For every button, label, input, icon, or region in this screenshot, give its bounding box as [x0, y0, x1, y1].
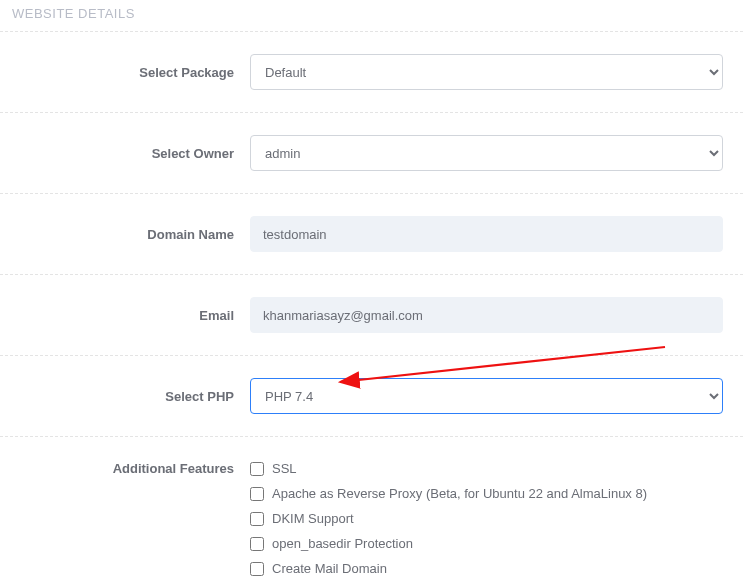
row-domain-name: Domain Name — [0, 193, 743, 274]
checkbox-label-ssl[interactable]: SSL — [272, 461, 297, 476]
checkbox-item-open-basedir: open_basedir Protection — [250, 536, 723, 551]
checkbox-apache-reverse-proxy[interactable] — [250, 487, 264, 501]
label-select-owner: Select Owner — [0, 146, 250, 161]
checkbox-item-apache-reverse-proxy: Apache as Reverse Proxy (Beta, for Ubunt… — [250, 486, 723, 501]
row-select-package: Select Package Default — [0, 31, 743, 112]
label-email: Email — [0, 308, 250, 323]
checkbox-item-dkim: DKIM Support — [250, 511, 723, 526]
row-email: Email — [0, 274, 743, 355]
checkbox-open-basedir[interactable] — [250, 537, 264, 551]
select-owner[interactable]: admin — [250, 135, 723, 171]
checkbox-item-ssl: SSL — [250, 461, 723, 476]
checkbox-mail-domain[interactable] — [250, 562, 264, 576]
row-additional-features: Additional Features SSL Apache as Revers… — [0, 436, 743, 579]
row-select-php: Select PHP PHP 7.4 — [0, 355, 743, 436]
input-domain-name[interactable] — [250, 216, 723, 252]
checkbox-dkim[interactable] — [250, 512, 264, 526]
checkbox-label-mail-domain[interactable]: Create Mail Domain — [272, 561, 387, 576]
section-header: WEBSITE DETAILS — [0, 0, 743, 31]
checkbox-label-dkim[interactable]: DKIM Support — [272, 511, 354, 526]
label-additional-features: Additional Features — [0, 459, 250, 476]
checkbox-group-features: SSL Apache as Reverse Proxy (Beta, for U… — [250, 459, 723, 576]
label-select-php: Select PHP — [0, 389, 250, 404]
select-php[interactable]: PHP 7.4 — [250, 378, 723, 414]
checkbox-item-mail-domain: Create Mail Domain — [250, 561, 723, 576]
select-package[interactable]: Default — [250, 54, 723, 90]
label-select-package: Select Package — [0, 65, 250, 80]
checkbox-label-apache-reverse-proxy[interactable]: Apache as Reverse Proxy (Beta, for Ubunt… — [272, 486, 647, 501]
checkbox-ssl[interactable] — [250, 462, 264, 476]
checkbox-label-open-basedir[interactable]: open_basedir Protection — [272, 536, 413, 551]
row-select-owner: Select Owner admin — [0, 112, 743, 193]
input-email[interactable] — [250, 297, 723, 333]
label-domain-name: Domain Name — [0, 227, 250, 242]
